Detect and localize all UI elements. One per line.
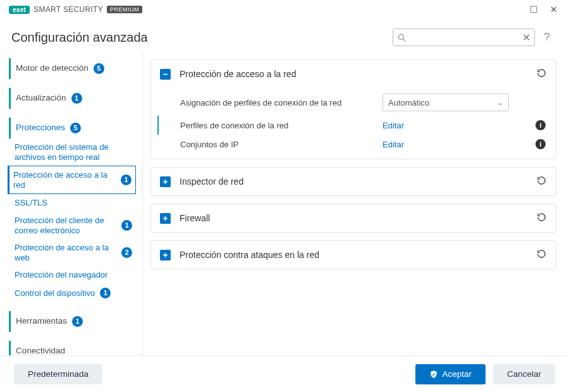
content: Protección de acceso a la red Asignación… [143,52,569,355]
sidebar-item-label: Control del dispositivo [15,288,95,298]
sidebar-item-mail[interactable]: Protección del cliente de correo electró… [9,212,136,239]
panel-header-firewall[interactable]: Firewall [151,204,556,232]
expand-icon [160,250,171,260]
search-icon [397,33,407,42]
sidebar-item-browser[interactable]: Protección del navegador [9,266,136,284]
default-button[interactable]: Predeterminada [14,364,102,384]
setting-connection-profiles: Perfiles de conexión de la red Editar i [157,116,556,135]
sidebar-item-label: Protección de acceso a la web [15,243,116,262]
setting-profile-assignment: Asignación de perfiles de conexión de la… [157,89,556,116]
sidebar-item-web-access[interactable]: Protección de acceso a la web 2 [9,239,136,266]
sidebar-item-label: Conectividad [16,346,65,355]
brand-eset-pill: eset [9,6,30,14]
chevron-down-icon: ⌄ [498,99,503,107]
expand-icon [160,176,171,187]
help-button[interactable]: ? [541,31,553,44]
panel-title: Inspector de red [180,176,243,187]
search-area: ✕ ? [393,28,553,46]
sidebar-item-protections[interactable]: Protecciones 5 [9,118,136,138]
sidebar-badge: 1 [121,220,132,231]
footer: Predeterminada Aceptar Cancelar [0,355,569,392]
sidebar-item-detection-engine[interactable]: Motor de detección 5 [9,58,136,79]
cancel-button[interactable]: Cancelar [493,364,555,384]
header: Configuración avanzada ✕ ? [0,19,569,52]
window-controls: ☐ ✕ [525,3,563,16]
panel-header-network-attacks[interactable]: Protección contra ataques en la red [151,241,556,269]
setting-label: Conjuntos de IP [180,140,382,149]
search-field[interactable] [407,33,522,42]
sidebar-badge: 1 [121,175,132,185]
panel-header-network-access[interactable]: Protección de acceso a la red [151,60,556,88]
sidebar-item-ssl-tls[interactable]: SSL/TLS [9,194,136,212]
sidebar-item-device-control[interactable]: Control del dispositivo 1 [9,284,136,302]
shield-check-icon [429,370,438,379]
maximize-button[interactable]: ☐ [525,3,542,16]
edit-ipsets-link[interactable]: Editar [382,140,404,149]
panel-firewall: Firewall [150,204,556,233]
sidebar-badge: 1 [100,288,111,298]
profile-assignment-dropdown[interactable]: Automático ⌄ [382,94,509,111]
info-icon[interactable]: i [535,120,546,130]
search-input[interactable]: ✕ [393,28,535,46]
panel-network-access: Protección de acceso a la red Asignación… [150,59,556,159]
sidebar-item-update[interactable]: Actualización 1 [9,88,136,109]
setting-label: Asignación de perfiles de conexión de la… [180,98,382,107]
collapse-icon [160,69,171,80]
panel-body: Asignación de perfiles de conexión de la… [151,88,556,159]
sidebar-item-label: Protección del sistema de archivos en ti… [15,142,132,162]
svg-point-0 [398,34,403,39]
reset-icon[interactable] [536,68,547,80]
sidebar-badge: 5 [70,123,81,133]
brand: eset SMART SECURITY PREMIUM [9,5,142,14]
sidebar-item-connectivity[interactable]: Conectividad [9,341,136,355]
clear-search-icon[interactable]: ✕ [522,32,530,44]
body: Motor de detección 5 Actualización 1 Pro… [0,52,569,355]
setting-ip-sets: Conjuntos de IP Editar i [157,135,556,154]
sidebar-item-label: Protecciones [16,123,65,133]
sidebar-badge: 2 [121,247,132,258]
sidebar-item-label: Actualización [16,93,66,103]
dropdown-value: Automático [388,98,429,107]
sidebar-badge: 5 [94,63,104,74]
brand-product: SMART SECURITY [34,5,103,14]
reset-icon[interactable] [536,175,547,188]
info-icon[interactable]: i [535,139,546,149]
reset-icon[interactable] [536,248,547,261]
sidebar-item-label: SSL/TLS [15,198,47,208]
panel-title: Protección de acceso a la red [180,69,296,79]
close-button[interactable]: ✕ [545,3,563,16]
sidebar-item-label: Protección de acceso a la red [13,170,116,190]
panel-network-attacks: Protección contra ataques en la red [150,240,556,269]
sidebar-item-label: Protección del navegador [15,270,107,280]
reset-icon[interactable] [536,212,547,224]
panel-title: Protección contra ataques en la red [180,250,319,260]
panel-title: Firewall [180,213,210,223]
sidebar: Motor de detección 5 Actualización 1 Pro… [0,52,143,355]
title-bar: eset SMART SECURITY PREMIUM ☐ ✕ [0,0,569,19]
svg-line-1 [403,39,405,41]
panel-header-network-inspector[interactable]: Inspector de red [151,168,556,195]
edit-profiles-link[interactable]: Editar [382,121,404,130]
accept-label: Aceptar [442,369,472,379]
setting-label: Perfiles de conexión de la red [180,121,382,130]
brand-edition: PREMIUM [107,6,142,13]
sidebar-item-label: Protección del cliente de correo electró… [15,216,116,235]
sidebar-badge: 1 [71,93,82,104]
sidebar-item-label: Herramientas [16,316,67,326]
panel-network-inspector: Inspector de red [150,167,556,196]
sidebar-item-label: Motor de detección [16,63,89,73]
sidebar-item-rtfs[interactable]: Protección del sistema de archivos en ti… [9,138,136,166]
sidebar-item-tools[interactable]: Herramientas 1 [9,311,136,332]
accept-button[interactable]: Aceptar [415,364,486,384]
page-title: Configuración avanzada [11,30,148,45]
expand-icon [160,213,171,224]
sidebar-badge: 1 [72,316,83,327]
sidebar-item-network-access[interactable]: Protección de acceso a la red 1 [8,166,136,194]
